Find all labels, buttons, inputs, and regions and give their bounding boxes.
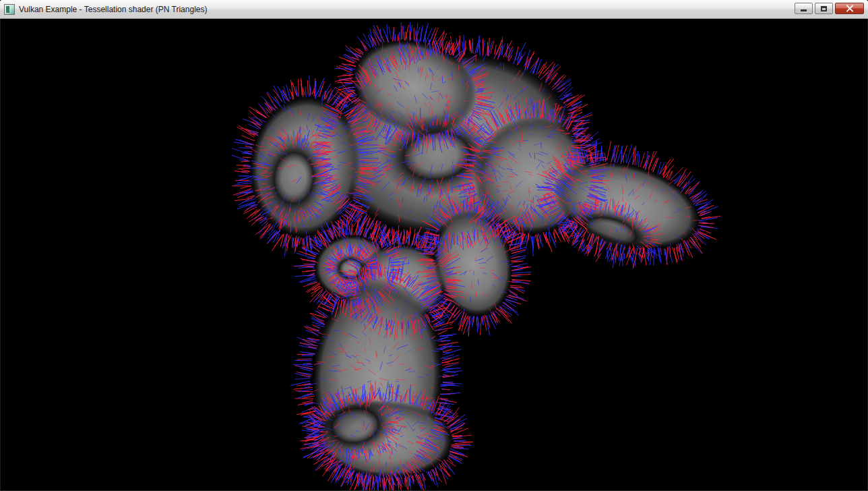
render-viewport[interactable] xyxy=(0,19,868,491)
window-title: Vulkan Example - Tessellation shader (PN… xyxy=(19,5,207,14)
close-icon xyxy=(846,5,853,12)
maximize-button[interactable] xyxy=(815,3,833,14)
minimize-button[interactable] xyxy=(795,3,813,14)
titlebar[interactable]: Vulkan Example - Tessellation shader (PN… xyxy=(0,0,868,19)
vulkan-render-canvas[interactable] xyxy=(1,19,867,490)
app-icon xyxy=(4,4,15,15)
close-button[interactable] xyxy=(835,3,864,14)
app-window: Vulkan Example - Tessellation shader (PN… xyxy=(0,0,868,491)
minimize-icon xyxy=(801,9,807,11)
maximize-icon xyxy=(821,6,827,11)
window-controls xyxy=(795,0,864,14)
